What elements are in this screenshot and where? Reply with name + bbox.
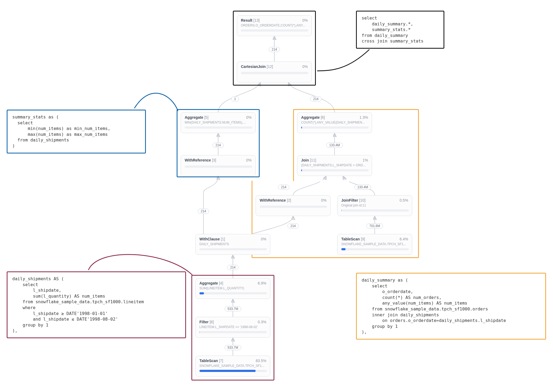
node-withreference-2[interactable]: WithReference[2]0%: [256, 195, 331, 216]
edge-rows: 214: [213, 143, 224, 148]
node-withreference-3[interactable]: WithReference[3]0%: [181, 155, 256, 176]
edge-rows: 214: [287, 224, 299, 229]
node-filter-8[interactable]: Filter[8]0.3% LINEITEM.L_SHIPDATE <= '19…: [195, 317, 270, 338]
node-aggregate-4[interactable]: Aggregate[4]6.9% SUM(LINEITEM.L_QUANTITY…: [195, 278, 270, 299]
node-join-11[interactable]: Join[11]1% (DAILY_SHIPMENTS.L_SHIPDATE =…: [297, 155, 372, 176]
code-top-select: select daily_summary.*, summary_stats.* …: [356, 11, 444, 49]
code-daily-shipments: daily_shipments AS ( select l_shipdate, …: [7, 271, 186, 338]
node-withclause-1[interactable]: WithClause[1]0% DAILY_SHIPMENTS: [195, 234, 270, 255]
edge-rows: 533.7M: [225, 345, 241, 350]
edge-rows: 533.7M: [225, 306, 241, 312]
node-tablescan-9[interactable]: TableScan[9]6.4% SNOWFLAKE_SAMPLE_DATA.T…: [337, 234, 412, 255]
edge-rows: 214: [198, 209, 209, 214]
code-daily-summary: daily_summary as ( select o_orderdate, c…: [356, 273, 546, 340]
node-joinfilter-10[interactable]: JoinFilter[10]0.5% Original join id:11: [337, 195, 412, 216]
node-aggregate-5[interactable]: Aggregate[5]0% MIN(DAILY_SHIPMENTS.NUM_I…: [181, 112, 256, 133]
edge-rows: 701.6M: [366, 224, 383, 229]
edge-rows: 133.4M: [326, 143, 343, 148]
node-cartesianjoin[interactable]: CartesianJoin[12]0%: [237, 62, 312, 82]
code-summary-stats: summary_stats as ( select min(num_items)…: [7, 110, 146, 153]
node-result[interactable]: Result[13]0% ORDERS.O_ORDERDATE,COUNT(*)…: [237, 15, 312, 36]
edge-rows: 214: [227, 265, 238, 270]
edge-rows: 133.4M: [354, 185, 371, 190]
edge-rows: 214: [269, 47, 280, 52]
edge-rows: 1: [231, 97, 239, 102]
edge-rows: 214: [278, 185, 289, 190]
node-tablescan-7[interactable]: TableScan[7]83.5% SNOWFLAKE_SAMPLE_DATA.…: [195, 356, 270, 376]
node-aggregate-6[interactable]: Aggregate[6]1.3% COUNT(*),ANY_VALUE(DAIL…: [297, 112, 372, 133]
edge-rows: 214: [310, 97, 321, 102]
